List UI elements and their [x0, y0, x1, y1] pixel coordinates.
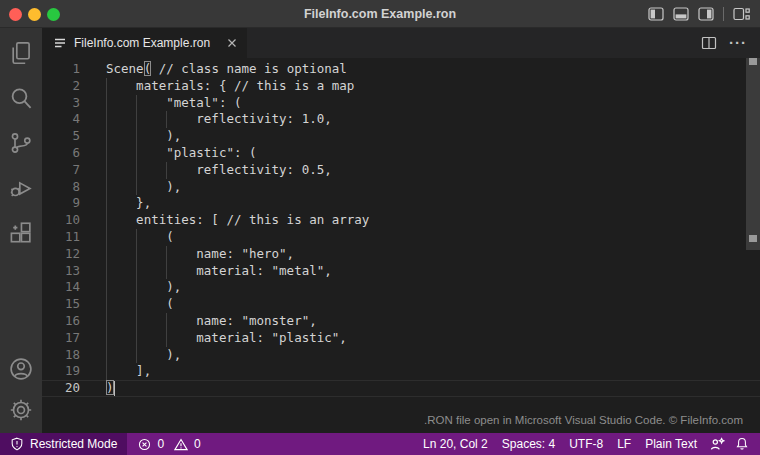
indent-guide — [106, 263, 107, 280]
indent-guide — [136, 111, 137, 128]
code-line: 18 ), — [42, 347, 760, 364]
code-text[interactable]: ), — [80, 347, 760, 364]
line-number: 9 — [42, 195, 80, 212]
minimize-window-button[interactable] — [28, 8, 41, 21]
indent-guide — [136, 313, 137, 330]
split-editor-icon[interactable] — [701, 36, 717, 50]
settings-gear-icon[interactable] — [8, 397, 34, 423]
eol-status[interactable]: LF — [610, 437, 638, 451]
line-number: 2 — [42, 78, 80, 95]
indent-guide — [106, 330, 107, 347]
activity-bar — [0, 28, 42, 433]
customize-layout-icon[interactable] — [733, 7, 750, 21]
error-count: 0 — [157, 437, 164, 451]
notifications-bell-icon[interactable] — [730, 437, 754, 451]
tab-label: FileInfo.com Example.ron — [74, 36, 210, 50]
search-icon[interactable] — [8, 85, 34, 111]
titlebar-separator — [723, 7, 724, 21]
indent-guide — [166, 162, 167, 179]
indent-guide — [106, 229, 107, 246]
restricted-mode-badge[interactable]: Restricted Mode — [0, 433, 127, 455]
indent-guide — [136, 347, 137, 364]
code-text[interactable]: ) — [80, 380, 760, 397]
toggle-primary-sidebar-icon[interactable] — [648, 7, 664, 21]
toggle-secondary-sidebar-icon[interactable] — [698, 7, 714, 21]
indentation-status[interactable]: Spaces: 4 — [495, 437, 562, 451]
accounts-icon[interactable] — [8, 356, 34, 382]
code-text[interactable]: materials: { // this is a map — [80, 78, 760, 95]
code-text[interactable]: reflectivity: 0.5, — [80, 162, 760, 179]
code-text[interactable]: "plastic": ( — [80, 145, 760, 162]
feedback-icon[interactable] — [704, 437, 730, 451]
indent-guide — [106, 195, 107, 212]
matched-bracket: ) — [106, 380, 114, 395]
code-text[interactable]: material: "plastic", — [80, 330, 760, 347]
indent-guide — [106, 78, 107, 95]
layout-controls — [648, 0, 750, 28]
indent-guide — [166, 246, 167, 263]
code-text[interactable]: ( — [80, 296, 760, 313]
toggle-panel-icon[interactable] — [673, 7, 689, 21]
code-text[interactable]: ), — [80, 279, 760, 296]
indent-guide — [136, 279, 137, 296]
code-text[interactable]: name: "hero", — [80, 246, 760, 263]
code-text[interactable]: ( — [80, 229, 760, 246]
titlebar: FileInfo.com Example.ron — [0, 0, 760, 28]
code-line: 2 materials: { // this is a map — [42, 78, 760, 95]
indent-guide — [136, 179, 137, 196]
indent-guide — [166, 330, 167, 347]
code-line: 1Scene( // class name is optional — [42, 61, 760, 78]
code-text[interactable]: reflectivity: 1.0, — [80, 111, 760, 128]
extensions-icon[interactable] — [8, 220, 34, 246]
line-number: 19 — [42, 363, 80, 380]
indent-guide — [136, 162, 137, 179]
explorer-icon[interactable] — [8, 40, 34, 66]
indent-guide — [136, 95, 137, 112]
code-text[interactable]: entities: [ // this is an array — [80, 212, 760, 229]
line-number: 10 — [42, 212, 80, 229]
close-window-button[interactable] — [9, 8, 22, 21]
line-number: 12 — [42, 246, 80, 263]
problems-status[interactable]: 0 0 — [138, 437, 206, 451]
tab-fileinfo-example-ron[interactable]: FileInfo.com Example.ron — [42, 28, 247, 58]
overview-ruler-marker — [749, 58, 757, 65]
shield-icon — [10, 437, 24, 451]
line-number: 18 — [42, 347, 80, 364]
code-editor[interactable]: 1Scene( // class name is optional2 mater… — [42, 58, 760, 433]
indent-guide — [136, 263, 137, 280]
indent-guide — [166, 111, 167, 128]
line-number: 7 — [42, 162, 80, 179]
code-line: 17 material: "plastic", — [42, 330, 760, 347]
cursor-position-status[interactable]: Ln 20, Col 2 — [416, 437, 495, 451]
code-line: 14 ), — [42, 279, 760, 296]
code-text[interactable]: ], — [80, 363, 760, 380]
line-number: 5 — [42, 128, 80, 145]
code-line: 19 ], — [42, 363, 760, 380]
code-text[interactable]: name: "monster", — [80, 313, 760, 330]
run-and-debug-icon[interactable] — [8, 175, 34, 201]
window-title: FileInfo.com Example.ron — [0, 7, 760, 21]
code-text[interactable]: "metal": ( — [80, 95, 760, 112]
editor-scrollbar[interactable] — [746, 58, 760, 250]
more-actions-icon[interactable]: ··· — [729, 38, 747, 48]
indent-guide — [136, 246, 137, 263]
code-text[interactable]: ), — [80, 179, 760, 196]
main-area: FileInfo.com Example.ron ··· — [0, 28, 760, 433]
code-line: 6 "plastic": ( — [42, 145, 760, 162]
line-number: 6 — [42, 145, 80, 162]
source-control-icon[interactable] — [8, 130, 34, 156]
warning-count: 0 — [194, 437, 201, 451]
code-text[interactable]: Scene( // class name is optional — [80, 61, 760, 78]
activity-bar-bottom — [8, 356, 34, 433]
zoom-window-button[interactable] — [47, 8, 60, 21]
line-number: 13 — [42, 263, 80, 280]
overview-ruler-marker — [749, 235, 757, 242]
tab-close-icon[interactable] — [226, 37, 238, 49]
code-text[interactable]: }, — [80, 195, 760, 212]
language-mode-status[interactable]: Plain Text — [638, 437, 704, 451]
plain-text-file-icon — [53, 36, 67, 50]
indent-guide — [106, 363, 107, 380]
code-text[interactable]: material: "metal", — [80, 263, 760, 280]
encoding-status[interactable]: UTF-8 — [562, 437, 610, 451]
code-text[interactable]: ), — [80, 128, 760, 145]
